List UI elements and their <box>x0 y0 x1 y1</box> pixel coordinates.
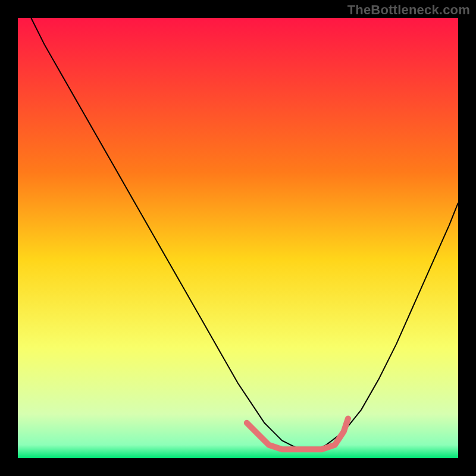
watermark-text: TheBottleneck.com <box>347 2 470 18</box>
chart-frame: TheBottleneck.com <box>0 0 476 476</box>
gradient-background <box>18 18 458 458</box>
plot-svg <box>18 18 458 458</box>
plot-area <box>18 18 458 458</box>
